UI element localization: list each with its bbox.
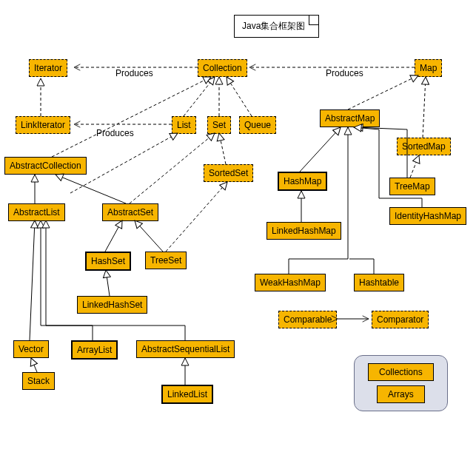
node-abstractlist: AbstractList xyxy=(8,203,65,221)
node-queue: Queue xyxy=(239,116,276,134)
node-linkiterator: LinkIterator xyxy=(16,116,70,134)
diagram-canvas: Java集合框架图 Iterator Collection Map LinkIt… xyxy=(0,0,476,452)
node-set: Set xyxy=(207,116,231,134)
node-list: List xyxy=(172,116,196,134)
node-abstractset: AbstractSet xyxy=(102,203,158,221)
node-treemap: TreeMap xyxy=(389,178,435,195)
node-collection: Collection xyxy=(198,59,247,77)
node-abstractsequentiallist: AbstractSequentialList xyxy=(136,340,235,358)
node-linkedhashmap: LinkedHashMap xyxy=(267,222,341,240)
node-sortedmap: SortedMap xyxy=(397,138,451,155)
node-treeset: TreeSet xyxy=(145,252,187,269)
node-linkedhashset: LinkedHashSet xyxy=(77,296,147,314)
legend-panel: Collections Arrays xyxy=(354,355,448,411)
node-abstractmap: AbstractMap xyxy=(320,109,380,127)
node-comparator: Comparator xyxy=(372,311,429,328)
edge-label-produces-1: Produces xyxy=(115,68,153,78)
node-stack: Stack xyxy=(22,372,55,390)
edge-label-produces-2: Produces xyxy=(326,68,363,78)
node-linkedlist: LinkedList xyxy=(161,385,213,404)
node-identityhashmap: IdentityHashMap xyxy=(389,207,466,225)
legend-item-arrays: Arrays xyxy=(377,385,425,403)
node-sortedset: SortedSet xyxy=(204,164,253,182)
node-hashmap: HashMap xyxy=(278,172,327,191)
title-note: Java集合框架图 xyxy=(234,15,319,38)
node-iterator: Iterator xyxy=(29,59,67,77)
node-arraylist: ArrayList xyxy=(71,340,118,360)
node-comparable: Comparable xyxy=(278,311,337,328)
node-abstractcollection: AbstractCollection xyxy=(4,157,87,175)
node-hashset: HashSet xyxy=(85,252,131,271)
node-map: Map xyxy=(415,59,442,77)
node-vector: Vector xyxy=(13,340,49,358)
node-weakhashmap: WeakHashMap xyxy=(255,274,326,291)
edge-label-produces-3: Produces xyxy=(96,128,134,138)
node-hashtable: Hashtable xyxy=(354,274,404,291)
legend-item-collections: Collections xyxy=(368,363,434,381)
